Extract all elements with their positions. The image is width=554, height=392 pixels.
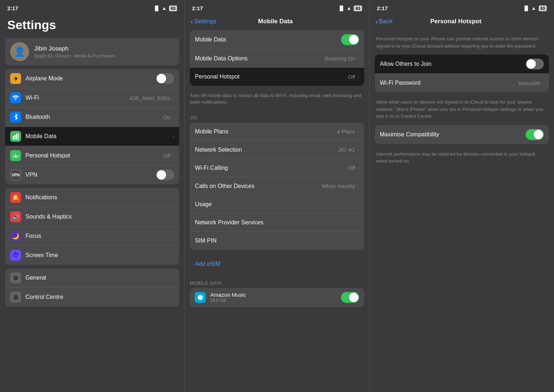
wifi-password-row[interactable]: Wi-Fi Password treesa99 › — [375, 74, 549, 92]
personal-hotspot-chevron-icon: › — [173, 153, 174, 159]
allow-others-toggle[interactable] — [526, 59, 544, 69]
svg-rect-2 — [16, 134, 17, 140]
focus-chevron-icon: › — [173, 233, 174, 239]
network-selection-row[interactable]: Network Selection JIO 4G › — [190, 141, 364, 159]
mobile-data-toggle-row[interactable]: Mobile Data — [190, 30, 364, 49]
airplane-toggle[interactable] — [156, 73, 174, 84]
control-centre-row[interactable]: ⊞ Control Centre › — [5, 288, 179, 307]
sounds-chevron-icon: › — [173, 214, 174, 220]
screentime-label: Screen Time — [25, 252, 173, 259]
wifi-password-label: Wi-Fi Password — [380, 80, 519, 86]
mobile-data-content: Mobile Data Mobile Data Options Roaming … — [185, 30, 369, 392]
wifi-value: iGB_Airtel_5Ghz — [130, 95, 170, 101]
maximise-compat-toggle[interactable] — [526, 129, 544, 140]
vpn-row[interactable]: VPN VPN — [5, 165, 179, 184]
status-icons-3: ▐▌ ▲ 63 — [523, 5, 547, 11]
hotspot-icon — [10, 150, 21, 161]
esim-section: Add eSIM — [185, 253, 369, 275]
sounds-icon: 🔊 — [10, 211, 21, 222]
network-selection-chevron: › — [357, 147, 359, 153]
bluetooth-label: Bluetooth — [25, 114, 163, 120]
personal-hotspot-row-2[interactable]: Personal Hotspot Off › — [190, 68, 364, 86]
allow-others-row[interactable]: Allow Others to Join — [375, 55, 549, 74]
allow-others-group: Allow Others to Join Wi-Fi Password tree… — [375, 55, 549, 92]
screentime-icon: ⏱ — [10, 250, 21, 261]
sim-pin-chevron: › — [357, 238, 359, 244]
hotspot-footer: Allow other users or devices not signed … — [370, 96, 554, 125]
add-esim-button[interactable]: Add eSIM — [190, 256, 364, 272]
time-3: 2:17 — [377, 5, 388, 11]
amazon-music-toggle[interactable] — [341, 292, 359, 303]
general-group: ⚙ General › ⊞ Control Centre › — [5, 268, 179, 307]
profile-row[interactable]: 👤 Jibin Joseph Apple ID, iCloud+, Media … — [5, 38, 179, 65]
profile-info: Jibin Joseph Apple ID, iCloud+, Media & … — [34, 45, 115, 59]
notifications-group: 🔔 Notifications › 🔊 Sounds & Haptics › 🌙… — [5, 188, 179, 265]
mobile-data-label: Mobile Data — [25, 133, 173, 140]
maximise-compat-label: Maximise Compatibility — [380, 131, 523, 138]
mobile-data-apps-group: Amazon Music 38.6 GB — [190, 288, 364, 307]
maximise-compat-group: Maximise Compatibility — [375, 125, 549, 144]
back-chevron-icon-3: ‹ — [376, 17, 378, 26]
focus-icon: 🌙 — [10, 231, 21, 241]
svg-rect-3 — [18, 133, 19, 140]
calls-other-devices-row[interactable]: Calls on Other Devices When Nearby › — [190, 177, 364, 195]
mobile-plans-row[interactable]: Mobile Plans 4 Plans › — [190, 123, 364, 141]
wifi-row[interactable]: Wi-Fi iGB_Airtel_5Ghz › — [5, 88, 179, 108]
wifi-calling-value: Off — [348, 165, 355, 171]
general-chevron-icon: › — [173, 275, 174, 281]
control-centre-chevron-icon: › — [173, 294, 174, 300]
svg-rect-0 — [13, 136, 14, 140]
network-provider-row[interactable]: Network Provider Services › — [190, 213, 364, 232]
amazon-music-name: Amazon Music — [210, 292, 338, 298]
calls-other-devices-label: Calls on Other Devices — [195, 183, 322, 189]
maximise-compat-row[interactable]: Maximise Compatibility — [375, 125, 549, 144]
wifi-calling-row[interactable]: Wi-Fi Calling Off › — [190, 159, 364, 177]
signal-icon-2: ▐▌ — [338, 5, 345, 11]
wifi-calling-label: Wi-Fi Calling — [195, 165, 348, 171]
general-label: General — [25, 275, 173, 281]
hotspot-content: Personal Hotspot on your iPhone can prov… — [370, 30, 554, 392]
network-provider-label: Network Provider Services — [195, 219, 357, 226]
mobile-data-top-group: Mobile Data Mobile Data Options Roaming … — [190, 30, 364, 86]
screentime-row[interactable]: ⏱ Screen Time › — [5, 246, 179, 265]
wifi-icon-1: ▲ — [162, 5, 166, 11]
status-bar-3: 2:17 ▐▌ ▲ 63 — [370, 0, 554, 14]
back-button-2[interactable]: ‹ Settings — [190, 17, 216, 26]
profile-chevron-icon: › — [173, 49, 174, 55]
wifi-chevron-icon: › — [173, 95, 174, 101]
amazon-music-row[interactable]: Amazon Music 38.6 GB — [190, 288, 364, 307]
personal-hotspot-value: Off — [163, 153, 170, 159]
notifications-row[interactable]: 🔔 Notifications › — [5, 188, 179, 207]
vpn-toggle[interactable] — [156, 169, 174, 180]
bluetooth-row[interactable]: Bluetooth On › — [5, 108, 179, 127]
calls-other-devices-chevron: › — [357, 183, 359, 189]
profile-name: Jibin Joseph — [34, 45, 115, 52]
mobile-data-options-chevron: › — [357, 56, 359, 61]
mobile-data-row[interactable]: Mobile Data › — [5, 127, 179, 146]
battery-3: 63 — [539, 5, 547, 11]
back-label-2: Settings — [194, 18, 216, 25]
airplane-mode-row[interactable]: ✈ Airplane Mode — [5, 69, 179, 88]
sim-pin-row[interactable]: SIM PIN › — [190, 232, 364, 250]
battery-1: 63 — [169, 5, 177, 11]
wifi-icon-2: ▲ — [347, 5, 352, 11]
back-button-3[interactable]: ‹ Back — [376, 17, 393, 26]
bluetooth-value: On — [163, 114, 170, 120]
control-centre-icon: ⊞ — [10, 292, 21, 303]
vpn-icon: VPN — [10, 169, 21, 180]
wifi-icon-3: ▲ — [531, 5, 536, 11]
battery-2: 63 — [354, 5, 362, 11]
focus-row[interactable]: 🌙 Focus › — [5, 227, 179, 246]
settings-content: Settings 👤 Jibin Joseph Apple ID, iCloud… — [0, 14, 184, 392]
network-selection-value: JIO 4G — [338, 147, 355, 153]
mobile-data-options-row[interactable]: Mobile Data Options Roaming On › — [190, 49, 364, 68]
compat-footer: Internet performance may be reduced for … — [370, 148, 554, 170]
general-row[interactable]: ⚙ General › — [5, 268, 179, 288]
sounds-row[interactable]: 🔊 Sounds & Haptics › — [5, 207, 179, 227]
usage-row[interactable]: Usage › — [190, 195, 364, 213]
status-icons-1: ▐▌ ▲ 63 — [153, 5, 177, 11]
mobile-data-chevron-icon: › — [173, 133, 174, 139]
mobile-data-footer: Turn off mobile data to restrict all dat… — [185, 89, 369, 109]
personal-hotspot-row[interactable]: Personal Hotspot Off › — [5, 146, 179, 165]
mobile-data-main-toggle[interactable] — [341, 34, 359, 45]
